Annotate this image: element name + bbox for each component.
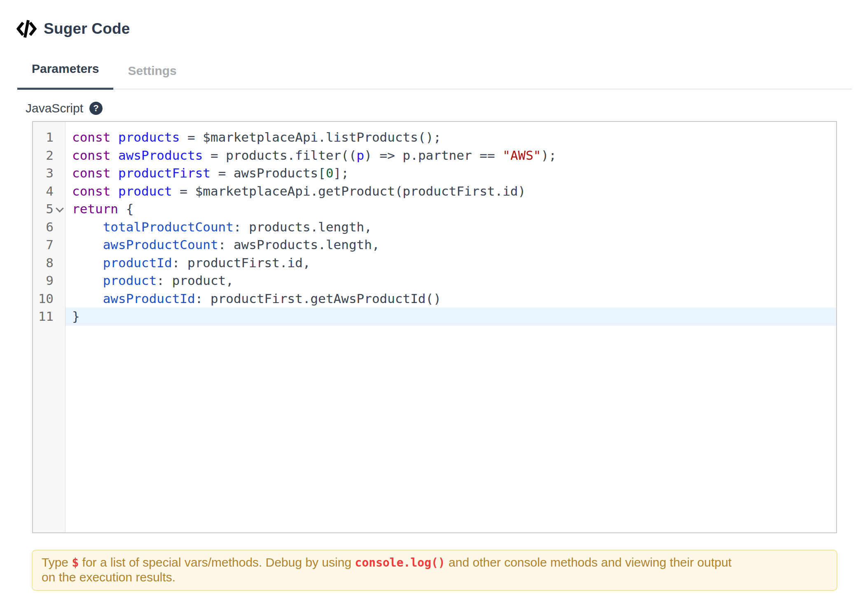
- code-line[interactable]: 2const awsProducts = products.filter((p)…: [33, 147, 836, 165]
- code-line[interactable]: 5return {: [33, 200, 836, 218]
- code-line-content[interactable]: product: product,: [65, 272, 836, 290]
- code-line-content[interactable]: }: [65, 308, 836, 326]
- code-line-content[interactable]: productId: productFirst.id,: [65, 254, 836, 272]
- fold-gutter: [54, 290, 65, 308]
- chevron-down-icon[interactable]: [56, 204, 64, 212]
- code-line-content[interactable]: awsProductCount: awsProducts.length,: [65, 236, 836, 254]
- line-number: 6: [33, 218, 54, 236]
- tab-settings[interactable]: Settings: [113, 63, 191, 90]
- code-line[interactable]: 3const productFirst = awsProducts[0];: [33, 164, 836, 182]
- question-circle-icon[interactable]: ?: [89, 102, 103, 115]
- line-number: 3: [33, 164, 54, 182]
- inline-code: $: [72, 556, 79, 569]
- code-line-content[interactable]: totalProductCount: products.length,: [65, 218, 836, 236]
- code-line[interactable]: 9 product: product,: [33, 272, 836, 290]
- code-line[interactable]: 1const products = $marketplaceApi.listPr…: [33, 128, 836, 147]
- fold-gutter: [54, 128, 65, 147]
- tabs-bar: ParametersSettings: [17, 61, 852, 90]
- code-line-content[interactable]: const product = $marketplaceApi.getProdu…: [65, 182, 836, 201]
- code-line[interactable]: 7 awsProductCount: awsProducts.length,: [33, 236, 836, 254]
- notice-line: on the execution results.: [42, 570, 828, 584]
- fold-gutter: [54, 236, 65, 254]
- fold-gutter: [54, 254, 65, 272]
- language-label: JavaScript: [26, 101, 83, 115]
- language-row: JavaScript ?: [26, 101, 103, 115]
- code-line[interactable]: 6 totalProductCount: products.length,: [33, 218, 836, 236]
- code-line-content[interactable]: const products = $marketplaceApi.listPro…: [65, 128, 836, 147]
- notice-text: Type: [42, 555, 72, 569]
- code-editor[interactable]: 1const products = $marketplaceApi.listPr…: [32, 121, 837, 533]
- code-line[interactable]: 10 awsProductId: productFirst.getAwsProd…: [33, 290, 836, 308]
- line-number: 9: [33, 272, 54, 290]
- line-number: 11: [33, 308, 54, 326]
- code-line[interactable]: 11}: [33, 308, 836, 326]
- header: Suger Code: [16, 20, 130, 38]
- line-number: 2: [33, 147, 54, 165]
- line-number: 4: [33, 182, 54, 201]
- fold-gutter: [54, 182, 65, 201]
- tab-parameters[interactable]: Parameters: [17, 61, 113, 90]
- inline-code: console.log(): [355, 556, 445, 569]
- notice-text: for a list of special vars/methods. Debu…: [79, 555, 355, 569]
- notice-line: Type $ for a list of special vars/method…: [42, 555, 828, 570]
- line-number: 5: [33, 200, 54, 218]
- fold-gutter: [54, 308, 65, 326]
- code-lines: 1const products = $marketplaceApi.listPr…: [33, 128, 836, 326]
- code-line-content[interactable]: return {: [65, 200, 836, 218]
- fold-gutter: [54, 218, 65, 236]
- notice-text: and other console methods and viewing th…: [445, 555, 732, 569]
- code-line-content[interactable]: const productFirst = awsProducts[0];: [65, 164, 836, 182]
- fold-gutter: [54, 147, 65, 165]
- code-line[interactable]: 8 productId: productFirst.id,: [33, 254, 836, 272]
- fold-gutter: [54, 164, 65, 182]
- line-number: 7: [33, 236, 54, 254]
- line-number: 10: [33, 290, 54, 308]
- code-icon: [16, 20, 37, 38]
- line-number: 8: [33, 254, 54, 272]
- page-title: Suger Code: [44, 20, 130, 37]
- notice-box: Type $ for a list of special vars/method…: [32, 550, 837, 591]
- page: { "header": { "icon": "code-icon", "titl…: [0, 0, 865, 616]
- fold-gutter: [54, 272, 65, 290]
- fold-gutter: [54, 200, 65, 218]
- code-line-content[interactable]: const awsProducts = products.filter((p) …: [65, 147, 836, 165]
- code-line[interactable]: 4const product = $marketplaceApi.getProd…: [33, 182, 836, 201]
- code-line-content[interactable]: awsProductId: productFirst.getAwsProduct…: [65, 290, 836, 308]
- notice-text: on the execution results.: [42, 570, 175, 584]
- line-number: 1: [33, 128, 54, 147]
